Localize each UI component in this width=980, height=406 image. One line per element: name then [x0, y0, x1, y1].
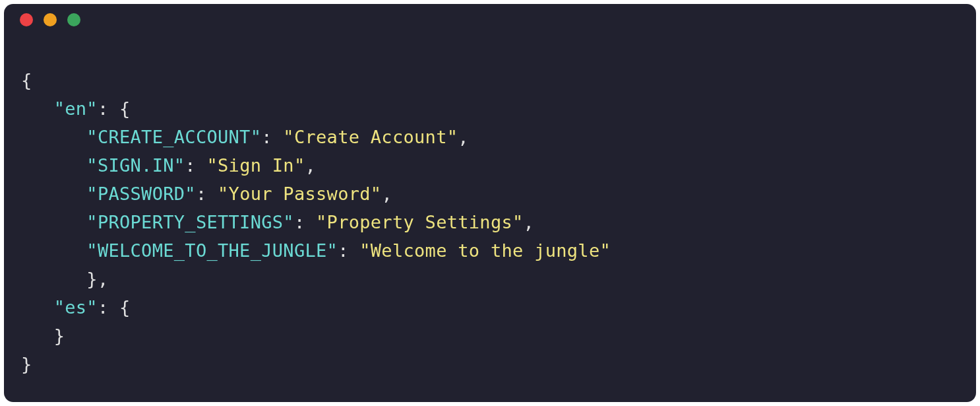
indent [21, 127, 86, 147]
colon: : [196, 184, 218, 204]
close-icon[interactable] [20, 13, 33, 26]
code-line: "PASSWORD": "Your Password", [21, 184, 392, 204]
comma: , [458, 127, 469, 147]
indent [21, 297, 54, 318]
brace-close: } [54, 325, 65, 346]
json-key: "en" [54, 98, 98, 119]
comma: , [381, 184, 392, 204]
json-string: "Welcome to the jungle" [359, 240, 611, 261]
maximize-icon[interactable] [67, 13, 80, 26]
colon: : [261, 127, 283, 147]
code-line: "SIGN.IN": "Sign In", [21, 155, 316, 176]
comma: , [524, 212, 535, 232]
code-line: } [21, 325, 65, 346]
code-line: "PROPERTY_SETTINGS": "Property Settings"… [21, 212, 534, 232]
code-line: "WELCOME_TO_THE_JUNGLE": "Welcome to the… [21, 240, 611, 261]
json-string: "Your Password" [218, 184, 381, 204]
json-key: "PASSWORD" [86, 184, 196, 204]
indent [21, 212, 86, 232]
indent [21, 184, 86, 204]
colon: : [294, 212, 316, 232]
code-window: { "en": { "CREATE_ACCOUNT": "Create Acco… [4, 4, 976, 402]
comma: , [305, 155, 316, 176]
json-key: "SIGN.IN" [86, 155, 185, 176]
brace-open: { [21, 70, 32, 90]
code-line: "es": { [21, 297, 131, 318]
code-line: "en": { [21, 98, 131, 119]
indent [21, 325, 54, 346]
indent [21, 155, 86, 176]
minimize-icon[interactable] [44, 13, 57, 26]
colon: : [338, 240, 359, 261]
json-string: "Property Settings" [316, 212, 524, 232]
indent [21, 240, 86, 261]
indent [21, 98, 54, 119]
code-line: "CREATE_ACCOUNT": "Create Account", [21, 127, 469, 147]
code-line: }, [21, 269, 108, 289]
indent [21, 269, 86, 289]
json-key: "PROPERTY_SETTINGS" [86, 212, 294, 232]
json-string: "Sign In" [206, 155, 305, 176]
json-key: "es" [54, 297, 98, 318]
json-string: "Create Account" [283, 127, 458, 147]
code-line: } [21, 354, 32, 374]
code-block: { "en": { "CREATE_ACCOUNT": "Create Acco… [4, 36, 976, 378]
brace-close: } [21, 354, 32, 374]
json-key: "CREATE_ACCOUNT" [86, 127, 261, 147]
colon-brace: : { [98, 297, 131, 318]
code-line: { [21, 70, 32, 90]
colon-brace: : { [98, 98, 131, 119]
window-titlebar [4, 4, 976, 36]
colon: : [185, 155, 206, 176]
json-key: "WELCOME_TO_THE_JUNGLE" [86, 240, 338, 261]
brace-close: }, [86, 269, 108, 289]
